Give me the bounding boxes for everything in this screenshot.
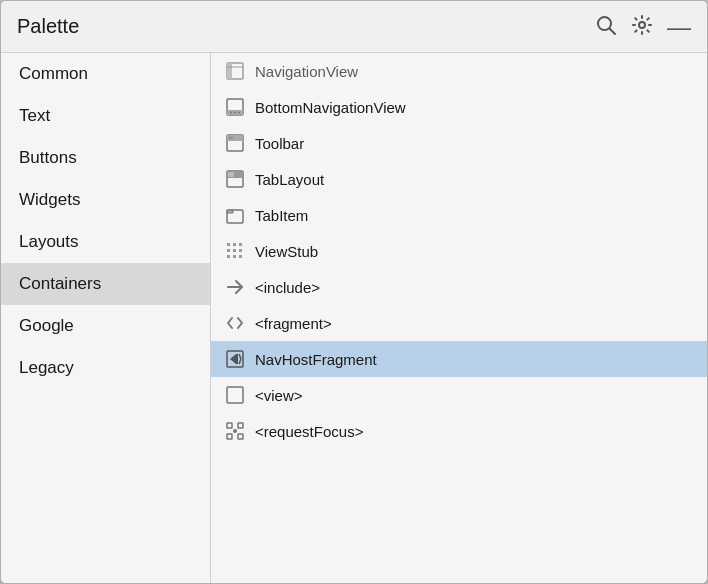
list-item-tablayout[interactable]: TabLayout [211,161,707,197]
content-area: NavigationView BottomNavigationView [211,53,707,583]
view-icon [225,385,245,405]
svg-rect-33 [227,387,243,403]
palette-title: Palette [17,15,79,38]
list-item-navhostfragment[interactable]: NavHostFragment [211,341,707,377]
navigation-view-icon [225,61,245,81]
minimize-icon[interactable]: — [667,17,691,36]
sidebar-item-layouts[interactable]: Layouts [1,221,210,263]
svg-line-1 [610,29,616,35]
view-label: <view> [255,387,303,404]
viewstub-icon [225,241,245,261]
svg-point-9 [234,112,236,114]
sidebar: Common Text Buttons Widgets Layouts Cont… [1,53,211,583]
sidebar-item-buttons[interactable]: Buttons [1,137,210,179]
fragment-label: <fragment> [255,315,332,332]
svg-rect-37 [238,434,243,439]
navigation-view-label: NavigationView [255,63,358,80]
svg-rect-21 [227,249,230,252]
svg-marker-29 [230,354,236,364]
requestfocus-label: <requestFocus> [255,423,363,440]
svg-point-2 [639,22,645,28]
toolbar-label: Toolbar [255,135,304,152]
tabitem-label: TabItem [255,207,308,224]
sidebar-item-google[interactable]: Google [1,305,210,347]
navhostfragment-label: NavHostFragment [255,351,377,368]
svg-rect-26 [239,255,242,258]
svg-line-32 [239,359,241,364]
list-item-viewstub[interactable]: ViewStub [211,233,707,269]
include-label: <include> [255,279,320,296]
svg-rect-20 [239,243,242,246]
tabitem-icon [225,205,245,225]
settings-icon[interactable] [631,14,653,39]
list-item-toolbar[interactable]: Toolbar [211,125,707,161]
svg-rect-34 [227,423,232,428]
search-icon[interactable] [595,14,617,39]
toolbar-icon [225,133,245,153]
list-item-fragment[interactable]: <fragment> [211,305,707,341]
svg-rect-4 [227,63,232,79]
bottom-navigation-view-icon [225,97,245,117]
list-item-view[interactable]: <view> [211,377,707,413]
list-item-bottom-navigation-view[interactable]: BottomNavigationView [211,89,707,125]
tablayout-icon [225,169,245,189]
palette-body: Common Text Buttons Widgets Layouts Cont… [1,53,707,583]
requestfocus-icon [225,421,245,441]
sidebar-item-text[interactable]: Text [1,95,210,137]
fragment-icon [225,313,245,333]
sidebar-item-legacy[interactable]: Legacy [1,347,210,389]
svg-rect-18 [227,243,230,246]
svg-rect-23 [239,249,242,252]
list-item-requestfocus[interactable]: <requestFocus> [211,413,707,449]
viewstub-label: ViewStub [255,243,318,260]
navhostfragment-icon [225,349,245,369]
svg-rect-36 [227,434,232,439]
svg-rect-25 [233,255,236,258]
palette-window: Palette — Common Text Buttons Wi [0,0,708,584]
sidebar-item-widgets[interactable]: Widgets [1,179,210,221]
items-list: NavigationView BottomNavigationView [211,53,707,583]
header-icons: — [595,14,691,39]
list-item-navigation-view[interactable]: NavigationView [211,53,707,89]
bottom-navigation-view-label: BottomNavigationView [255,99,406,116]
list-item-include[interactable]: <include> [211,269,707,305]
svg-line-31 [239,354,241,359]
list-item-tabitem[interactable]: TabItem [211,197,707,233]
include-icon [225,277,245,297]
svg-point-38 [233,429,237,433]
svg-point-8 [230,112,232,114]
sidebar-item-containers[interactable]: Containers [1,263,210,305]
svg-rect-35 [238,423,243,428]
tablayout-label: TabLayout [255,171,324,188]
svg-rect-22 [233,249,236,252]
svg-rect-16 [228,172,234,177]
svg-rect-24 [227,255,230,258]
svg-rect-19 [233,243,236,246]
palette-header: Palette — [1,1,707,53]
svg-point-10 [238,112,240,114]
sidebar-item-common[interactable]: Common [1,53,210,95]
